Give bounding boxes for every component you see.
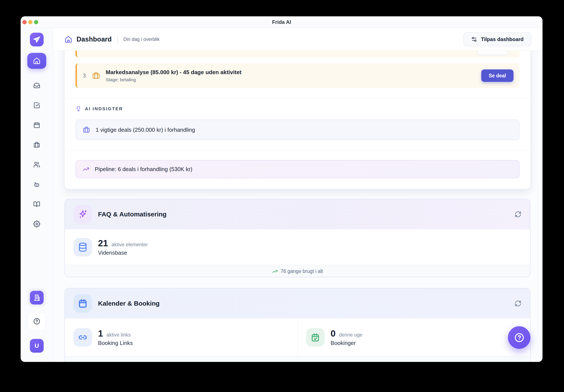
calendar-card-footer <box>65 356 530 362</box>
faq-card-body: 21 aktive elementer Vidensbase <box>65 229 530 265</box>
ai-insights-heading: AI INDSIGTER <box>85 106 123 111</box>
building-icon <box>33 294 40 301</box>
calendar-check-icon <box>306 328 324 347</box>
robot-icon <box>33 181 40 188</box>
sidebar-item-inbox[interactable] <box>27 76 47 95</box>
bookings-cell: 0 denne uge Bookinger <box>297 319 530 356</box>
question-circle-icon <box>33 318 40 325</box>
briefcase-orange-icon <box>92 71 100 80</box>
faq-card-title: FAQ & Automatisering <box>98 211 167 218</box>
calendar-blue-icon <box>73 294 92 313</box>
paper-plane-icon <box>33 36 41 43</box>
app-logo <box>30 33 44 46</box>
knowledge-stat-label: aktive elementer <box>112 242 148 248</box>
briefcase-icon <box>33 141 40 148</box>
deal-index: 3. <box>83 73 92 79</box>
usage-footer-text: 76 gange brugt i alt <box>281 268 323 274</box>
customize-dashboard-button[interactable]: Tilpas dashboard <box>463 32 531 46</box>
pipeline-insight-text: Pipeline: 6 deals i forhandling (530K kr… <box>95 166 192 173</box>
deals-insights-card: 3. Markedsanalyse (85.000 kr) - 45 dage … <box>64 51 531 189</box>
sliders-icon <box>471 36 477 42</box>
home-icon <box>33 57 41 65</box>
calendar-card-body: 1 aktive links Booking Links <box>65 319 530 356</box>
floating-help-button[interactable] <box>508 326 531 349</box>
open-book-icon <box>33 201 40 208</box>
pipeline-insight-chip: Pipeline: 6 deals i forhandling (530K kr… <box>75 160 520 178</box>
active-indicator <box>25 56 27 65</box>
sidebar-nav <box>27 76 47 234</box>
organization-button[interactable] <box>30 291 44 305</box>
bookings-stat-name: Bookinger <box>331 340 362 346</box>
deal-insight-text: 1 vigtige deals (250.000 kr) i forhandli… <box>96 126 195 133</box>
check-square-icon <box>33 102 40 109</box>
see-deal-button[interactable]: Se deal <box>481 70 513 82</box>
sidebar-bottom: U <box>28 288 46 353</box>
page-subtitle: Din dag i overblik <box>123 37 160 42</box>
database-icon <box>73 238 92 256</box>
calendar-icon <box>33 122 40 128</box>
links-stat-value: 1 <box>98 328 103 339</box>
organization-button-wrap <box>28 288 46 307</box>
deal-stage: Stage: betaling <box>106 77 242 82</box>
user-avatar[interactable]: U <box>30 339 44 353</box>
faq-card-footer: 76 gange brugt i alt <box>65 265 530 277</box>
link-icon <box>73 328 92 347</box>
titlebar: Frida AI <box>21 16 542 28</box>
main-content: Dashboard Din dag i overblik Tilpas dash… <box>53 28 542 362</box>
lightbulb-icon <box>75 106 82 112</box>
calendar-card-title: Kalender & Booking <box>98 300 160 307</box>
section-divider <box>65 150 530 151</box>
sidebar-help-button[interactable] <box>28 312 46 331</box>
ai-insights-section: AI INDSIGTER 1 vigtige deals (250.000 kr… <box>65 98 530 140</box>
deal-title: Markedsanalyse (85.000 kr) - 45 dage ude… <box>106 69 242 76</box>
sidebar: U <box>21 28 53 362</box>
dashboard-scroll-area[interactable]: 3. Markedsanalyse (85.000 kr) - 45 dage … <box>53 51 542 362</box>
links-stat-label: aktive links <box>106 332 130 338</box>
sidebar-item-contacts[interactable] <box>27 155 47 174</box>
sparkles-icon <box>73 205 92 224</box>
users-icon <box>33 161 40 168</box>
briefcase-purple-icon <box>83 126 90 133</box>
trend-up-green-icon <box>272 269 278 274</box>
sidebar-item-calendar[interactable] <box>27 115 47 135</box>
knowledge-stat-value: 21 <box>98 238 108 249</box>
refresh-icon <box>515 211 522 218</box>
home-outline-icon <box>64 35 72 43</box>
deal-row-partial <box>75 51 520 57</box>
sidebar-item-deals[interactable] <box>27 135 47 155</box>
calendar-booking-card: Kalender & Booking 1 <box>64 288 531 362</box>
avatar-initial: U <box>35 342 39 349</box>
help-circle-icon <box>514 332 525 343</box>
faq-card-header: FAQ & Automatisering <box>65 199 530 229</box>
inbox-icon <box>33 82 40 89</box>
window-title: Frida AI <box>21 19 542 25</box>
booking-links-cell: 1 aktive links Booking Links <box>65 319 297 356</box>
deal-insight-chip: 1 vigtige deals (250.000 kr) i forhandli… <box>75 119 520 140</box>
refresh-calendar-button[interactable] <box>515 300 522 307</box>
knowledge-stat-name: Vidensbase <box>98 250 148 256</box>
refresh-icon <box>515 300 522 307</box>
gear-icon <box>33 221 40 227</box>
trending-up-icon <box>83 166 89 172</box>
links-stat-name: Booking Links <box>98 340 133 346</box>
sidebar-item-tasks[interactable] <box>27 95 47 115</box>
page-header: Dashboard Din dag i overblik Tilpas dash… <box>53 28 542 51</box>
app-window: Frida AI <box>21 16 542 362</box>
refresh-faq-button[interactable] <box>515 211 522 218</box>
bookings-stat-value: 0 <box>331 328 336 339</box>
sidebar-item-ai-bot[interactable] <box>27 174 47 194</box>
bookings-stat-label: denne uge <box>339 332 362 338</box>
sidebar-item-settings[interactable] <box>27 214 47 234</box>
calendar-card-header: Kalender & Booking <box>65 288 530 319</box>
faq-automation-card: FAQ & Automatisering 21 aktive eleme <box>64 199 531 277</box>
page-title: Dashboard <box>77 35 112 43</box>
header-divider <box>117 35 118 44</box>
sidebar-item-dashboard[interactable] <box>27 53 46 69</box>
deal-row-partial-button[interactable] <box>477 51 508 55</box>
deal-alert-row: 3. Markedsanalyse (85.000 kr) - 45 dage … <box>75 63 520 88</box>
sidebar-item-knowledge[interactable] <box>27 194 47 214</box>
